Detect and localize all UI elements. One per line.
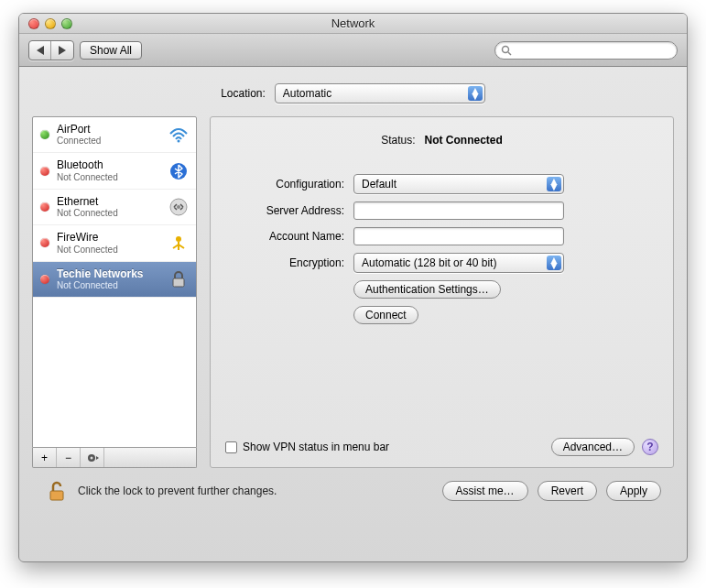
- close-icon[interactable]: [28, 18, 39, 29]
- service-action-button[interactable]: [81, 448, 104, 467]
- ethernet-icon: [168, 197, 189, 217]
- triangle-left-icon: [37, 46, 44, 55]
- status-label: Status:: [381, 134, 415, 147]
- svg-rect-16: [50, 491, 63, 500]
- connect-button[interactable]: Connect: [353, 306, 418, 324]
- account-name-label: Account Name:: [225, 230, 344, 243]
- service-name: Techie Networks: [57, 267, 161, 280]
- revert-button[interactable]: Revert: [538, 481, 597, 501]
- svg-marker-0: [37, 46, 44, 55]
- configuration-popup[interactable]: Default ▲▼: [353, 174, 564, 194]
- traffic-lights: [19, 18, 72, 29]
- status-dot-icon: [40, 202, 49, 212]
- service-list: AirPort Connected Bluetooth Not Connecte…: [32, 116, 197, 448]
- status-dot-icon: [40, 238, 49, 247]
- show-vpn-checkbox[interactable]: Show VPN status in menu bar: [225, 441, 389, 453]
- status-dot-icon: [40, 130, 49, 139]
- sidebar-item-firewire[interactable]: FireWire Not Connected: [33, 225, 196, 261]
- status-value: Not Connected: [425, 134, 503, 147]
- server-address-input[interactable]: [353, 201, 564, 220]
- plus-icon: +: [41, 452, 48, 464]
- svg-marker-15: [96, 456, 99, 460]
- svg-point-8: [176, 236, 181, 242]
- service-status: Not Connected: [57, 208, 161, 219]
- auth-settings-button[interactable]: Authentication Settings…: [353, 280, 501, 299]
- location-label: Location:: [221, 87, 266, 100]
- encryption-label: Encryption:: [225, 256, 344, 269]
- titlebar: Network: [19, 14, 687, 34]
- location-value: Automatic: [283, 87, 331, 100]
- assist-button[interactable]: Assist me…: [442, 481, 528, 501]
- minus-icon: −: [65, 452, 71, 464]
- minimize-icon[interactable]: [45, 18, 56, 29]
- window-footer: Click the lock to prevent further change…: [32, 468, 674, 503]
- bluetooth-icon: [168, 161, 189, 181]
- remove-service-button[interactable]: −: [57, 448, 81, 467]
- popup-arrows-icon: ▲▼: [468, 86, 483, 101]
- show-vpn-label: Show VPN status in menu bar: [243, 441, 389, 453]
- service-status: Not Connected: [57, 280, 161, 291]
- advanced-button[interactable]: Advanced…: [551, 438, 635, 456]
- search-icon: [501, 45, 512, 56]
- service-status: Connected: [57, 136, 161, 147]
- server-address-label: Server Address:: [225, 204, 344, 217]
- configuration-label: Configuration:: [225, 178, 344, 191]
- status-dot-icon: [40, 167, 49, 176]
- svg-point-4: [178, 140, 180, 143]
- popup-arrows-icon: ▲▼: [547, 177, 561, 191]
- configuration-value: Default: [362, 178, 396, 191]
- search-input[interactable]: [516, 44, 671, 57]
- account-name-input[interactable]: [353, 227, 564, 245]
- svg-marker-1: [59, 46, 66, 55]
- service-name: Bluetooth: [57, 158, 161, 171]
- status-dot-icon: [40, 275, 49, 284]
- svg-point-7: [177, 205, 180, 209]
- service-name: Ethernet: [57, 195, 161, 208]
- back-button[interactable]: [29, 41, 51, 60]
- zoom-icon[interactable]: [61, 18, 72, 29]
- lock-open-icon: [47, 480, 67, 502]
- apply-button[interactable]: Apply: [606, 481, 661, 501]
- window-title: Network: [19, 16, 687, 30]
- service-list-toolbar: + −: [32, 448, 197, 468]
- wifi-icon: [168, 125, 189, 145]
- lock-hint: Click the lock to prevent further change…: [78, 485, 433, 497]
- popup-arrows-icon: ▲▼: [547, 256, 561, 270]
- sidebar-item-techie-networks[interactable]: Techie Networks Not Connected: [33, 262, 196, 298]
- svg-point-2: [503, 46, 509, 52]
- location-popup[interactable]: Automatic ▲▼: [275, 83, 485, 103]
- gear-icon: [86, 452, 99, 463]
- service-status: Not Connected: [57, 172, 161, 183]
- firewire-icon: [168, 233, 189, 253]
- sidebar-item-airport[interactable]: AirPort Connected: [33, 117, 196, 153]
- service-name: FireWire: [57, 231, 161, 244]
- lock-button[interactable]: [45, 479, 69, 503]
- help-button[interactable]: ?: [642, 439, 658, 455]
- detail-panel: Status: Not Connected Configuration: Def…: [210, 116, 674, 468]
- service-name: AirPort: [57, 123, 161, 136]
- svg-line-3: [508, 52, 511, 55]
- triangle-right-icon: [59, 46, 66, 55]
- encryption-value: Automatic (128 bit or 40 bit): [362, 256, 496, 269]
- toolbar: Show All: [19, 34, 687, 67]
- sidebar-item-ethernet[interactable]: Ethernet Not Connected: [33, 190, 196, 225]
- checkbox-box-icon: [225, 441, 237, 453]
- vpn-lock-icon: [168, 269, 189, 289]
- network-window: Network Show All Location: Automatic ▲▼: [18, 13, 688, 562]
- forward-button[interactable]: [51, 41, 73, 60]
- show-all-button[interactable]: Show All: [80, 41, 142, 60]
- svg-rect-12: [173, 278, 184, 287]
- location-row: Location: Automatic ▲▼: [32, 83, 674, 103]
- service-status: Not Connected: [57, 245, 161, 256]
- sidebar-item-bluetooth[interactable]: Bluetooth Not Connected: [33, 153, 196, 189]
- encryption-popup[interactable]: Automatic (128 bit or 40 bit) ▲▼: [353, 253, 564, 273]
- svg-point-14: [90, 456, 92, 459]
- search-field[interactable]: [494, 41, 678, 60]
- nav-segment: [28, 40, 74, 60]
- add-service-button[interactable]: +: [33, 448, 57, 467]
